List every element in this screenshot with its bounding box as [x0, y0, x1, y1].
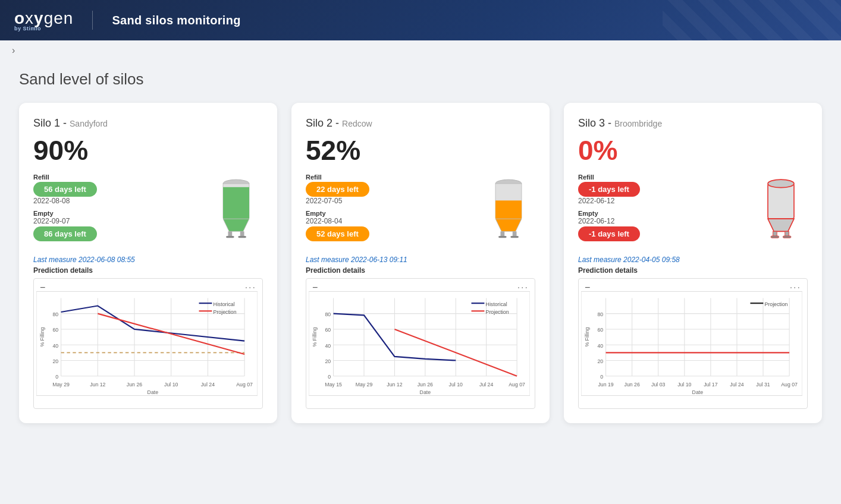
svg-text:Jul 10: Jul 10	[164, 382, 178, 388]
svg-text:% Filling: % Filling	[312, 327, 318, 346]
svg-text:Jul 10: Jul 10	[677, 382, 691, 388]
silo-2-empty-row: Empty 2022-08-04 52 days left	[306, 210, 472, 241]
chart-1-minus[interactable]: −	[40, 282, 45, 293]
silo-card-2: Silo 2 - Redcow 52% Refill 22 days left …	[291, 103, 550, 423]
chart-2-minus[interactable]: −	[312, 282, 318, 293]
svg-text:Date: Date	[420, 389, 431, 395]
svg-text:Jul 10: Jul 10	[449, 382, 463, 388]
silo-3-last-measure: Last measure 2022-04-05 09:58	[578, 256, 808, 264]
svg-text:80: 80	[325, 311, 331, 317]
svg-rect-8	[238, 236, 246, 238]
silo-2-empty-badge: 52 days left	[306, 226, 369, 241]
svg-rect-86	[581, 291, 802, 395]
svg-text:% Filling: % Filling	[39, 327, 45, 346]
silo-1-visual	[209, 174, 263, 239]
svg-rect-48	[309, 291, 530, 395]
silo-3-refill-date: 2022-06-12	[578, 197, 745, 205]
svg-text:Jun 26: Jun 26	[418, 382, 433, 388]
silo-1-empty-date: 2022-09-07	[33, 217, 200, 225]
svg-text:Jul 31: Jul 31	[756, 382, 770, 388]
header-title: Sand silos monitoring	[112, 14, 240, 27]
svg-marker-81	[768, 219, 794, 231]
svg-marker-4	[223, 219, 249, 231]
silo-2-header: Silo 2 - Redcow	[306, 117, 535, 130]
svg-text:Jun 12: Jun 12	[90, 382, 105, 388]
logo: oxygen by Stimio	[14, 9, 73, 32]
svg-rect-45	[513, 231, 517, 236]
svg-text:% Filling: % Filling	[584, 327, 590, 346]
silo-2-chart: − ··· % Filling 020406080 May 15May 29Ju…	[306, 278, 535, 409]
chart-2-inner: % Filling 020406080 May 15May 29Jun 12Ju…	[309, 284, 530, 404]
silo-3-header: Silo 3 - Broombridge	[578, 117, 808, 130]
svg-text:Aug 07: Aug 07	[236, 382, 253, 388]
svg-text:Historical: Historical	[214, 301, 235, 307]
silos-grid: Silo 1 - Sandyford 90% Refill 56 days le…	[19, 103, 822, 423]
svg-text:Date: Date	[148, 389, 159, 395]
silo-1-refill-row: Refill 56 days left 2022-08-08	[33, 174, 200, 205]
svg-text:May 29: May 29	[356, 382, 373, 388]
svg-text:Jul 17: Jul 17	[704, 382, 717, 388]
svg-rect-44	[500, 231, 504, 236]
silo-visual-1	[212, 174, 260, 239]
svg-rect-46	[498, 236, 507, 238]
silo-2-body: Refill 22 days left 2022-07-05 Empty 202…	[306, 174, 535, 246]
svg-text:60: 60	[597, 327, 603, 333]
svg-text:Projection: Projection	[214, 309, 237, 315]
svg-text:40: 40	[52, 343, 58, 349]
silo-1-percent: 90%	[33, 134, 263, 166]
silo-3-location: Broombridge	[614, 119, 662, 128]
svg-text:May 29: May 29	[52, 382, 70, 388]
header-divider	[92, 11, 93, 30]
silo-2-prediction-label: Prediction details	[306, 266, 535, 275]
svg-text:20: 20	[325, 358, 331, 364]
svg-point-80	[768, 179, 794, 188]
svg-text:Jul 24: Jul 24	[201, 382, 215, 388]
svg-rect-42	[495, 200, 522, 219]
silo-1-location: Sandyford	[70, 119, 108, 128]
logo-area: oxygen by Stimio Sand silos monitoring	[14, 9, 241, 32]
svg-text:Jun 26: Jun 26	[127, 382, 142, 388]
chart-1-dots[interactable]: ···	[245, 282, 256, 293]
svg-text:Jun 26: Jun 26	[625, 382, 640, 388]
nav-expand-arrow[interactable]: ›	[0, 40, 841, 61]
chart-3-minus[interactable]: −	[585, 282, 590, 293]
svg-text:0: 0	[328, 374, 331, 380]
silo-1-empty-badge: 86 days left	[33, 226, 97, 241]
svg-text:60: 60	[325, 327, 331, 333]
silo-2-percent: 52%	[306, 134, 535, 166]
svg-text:Date: Date	[692, 389, 704, 395]
svg-rect-84	[771, 236, 779, 238]
svg-text:20: 20	[597, 358, 603, 364]
svg-text:Jul 24: Jul 24	[730, 382, 743, 388]
svg-rect-9	[36, 291, 258, 395]
svg-text:60: 60	[52, 327, 58, 333]
silo-2-chart-section: Last measure 2022-06-13 09:11 Prediction…	[306, 256, 535, 409]
silo-2-info: Refill 22 days left 2022-07-05 Empty 202…	[306, 174, 472, 246]
silo-1-info: Refill 56 days left 2022-08-08 Empty 202…	[33, 174, 200, 246]
silo-2-last-measure: Last measure 2022-06-13 09:11	[306, 256, 535, 264]
svg-text:Projection: Projection	[765, 301, 788, 307]
silo-card-3: Silo 3 - Broombridge 0% Refill -1 days l…	[564, 103, 822, 423]
chart-2-dots[interactable]: ···	[517, 282, 529, 293]
chart-3-dots[interactable]: ···	[790, 282, 801, 293]
svg-rect-5	[228, 231, 232, 236]
svg-text:Projection: Projection	[486, 309, 509, 315]
svg-text:40: 40	[325, 343, 331, 349]
svg-text:0: 0	[600, 374, 603, 380]
silo-2-refill-badge: 22 days left	[306, 182, 369, 197]
silo-3-empty-row: Empty 2022-06-12 -1 days left	[578, 210, 745, 241]
svg-rect-47	[510, 236, 519, 238]
svg-text:Jun 19: Jun 19	[598, 382, 613, 388]
svg-text:Aug 07: Aug 07	[781, 382, 798, 388]
app-header: oxygen by Stimio Sand silos monitoring	[0, 0, 841, 40]
main-content: Sand level of silos Silo 1 - Sandyford 9…	[0, 61, 841, 442]
svg-rect-6	[240, 231, 244, 236]
silo-2-location: Redcow	[342, 119, 372, 128]
svg-marker-43	[495, 219, 522, 231]
silo-1-body: Refill 56 days left 2022-08-08 Empty 202…	[33, 174, 263, 246]
silo-2-refill-date: 2022-07-05	[306, 197, 472, 205]
silo-3-info: Refill -1 days left 2022-06-12 Empty 202…	[578, 174, 745, 246]
svg-text:Jul 24: Jul 24	[479, 382, 493, 388]
silo-3-prediction-label: Prediction details	[578, 266, 808, 275]
silo-2-visual	[482, 174, 535, 239]
